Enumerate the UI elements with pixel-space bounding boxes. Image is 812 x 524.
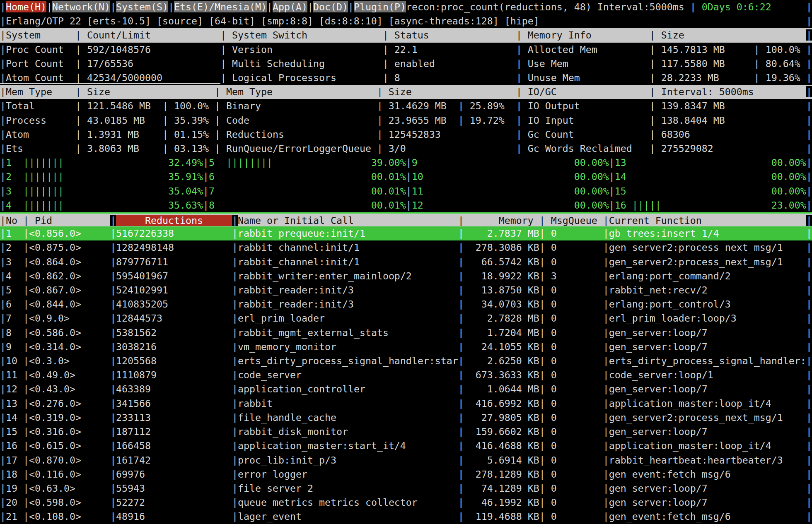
pipe: | — [539, 426, 545, 437]
col-header-current-function: |Current Function — [603, 215, 806, 226]
scheduler-9-usage: 9 00.00% — [412, 157, 609, 168]
memory-table-row: |Ets | 3.8063 MB | 03.13% | RunQueue/Err… — [0, 142, 812, 156]
cell-memory: 673.3633 KB — [464, 369, 539, 380]
col-header-mem-type-2: | Mem Type — [215, 86, 377, 97]
cell-current-function: gen_server2:process_next_msg/1 — [609, 256, 806, 267]
pipe: | — [539, 369, 545, 380]
cell-current-function: gb_trees:insert_1/4 — [609, 228, 806, 239]
pipe: | — [539, 298, 545, 310]
tab-plugin[interactable]: Plugin(P) — [354, 1, 406, 12]
pipe: | — [23, 242, 29, 253]
process-table-row: |4 |<0.862.0> |595401967 |rabbit_writer:… — [0, 269, 812, 283]
pipe: | — [110, 341, 116, 352]
pipe: | — [23, 440, 29, 451]
cell-size-1: | 43.0185 MB — [75, 115, 162, 126]
border-left: | — [0, 15, 6, 26]
pipe: | — [603, 383, 609, 394]
pipe: | — [203, 200, 209, 211]
pipe: | — [203, 157, 209, 168]
tab-network[interactable]: Network(N) — [52, 1, 110, 12]
border-right: | — [806, 228, 812, 239]
pipe: | — [232, 511, 238, 522]
pipe: | — [603, 426, 609, 437]
border-right: | — [806, 72, 812, 83]
cell-memory: 34.0703 KB — [464, 298, 539, 310]
cell-name: rabbit_channel:init/1 — [238, 256, 458, 267]
cell-memory: 2.7828 MB — [464, 312, 539, 324]
cell-size-2: | 23.9655 MB — [377, 115, 458, 126]
pipe: | — [232, 242, 238, 253]
process-table-row: |13 |<0.276.0> |341566 |rabbit | 416.699… — [0, 397, 812, 411]
pipe: | — [0, 72, 6, 84]
tab-separator: | — [307, 1, 313, 12]
cell-current-function: application_master:loop_it/4 — [609, 398, 806, 409]
tab-app[interactable]: App(A) — [273, 1, 307, 12]
cell-msgqueue: 0 — [545, 383, 603, 394]
cell-memory: 278.3086 KB — [464, 242, 539, 253]
pipe: | — [0, 256, 6, 267]
pipe: | — [23, 426, 29, 437]
pipe: | — [110, 228, 116, 239]
cell-memory: 416.4688 KB — [464, 440, 539, 451]
pipe: | — [458, 242, 464, 253]
tab-home[interactable]: Home(H) — [6, 1, 46, 12]
pipe: | — [458, 355, 464, 366]
cell-memory-percent: | 80.64% — [754, 58, 806, 69]
cell-reductions: 1110879 — [116, 369, 232, 380]
border-right: | — [806, 369, 812, 380]
pipe: | — [23, 284, 29, 296]
border-right: | — [806, 185, 812, 197]
cell-reductions: 410835205 — [116, 298, 232, 310]
pipe: | — [110, 483, 116, 494]
process-table-row: |1 |<0.856.0> |5167226338 |rabbit_preque… — [0, 226, 812, 240]
cell-no: 12 — [6, 383, 23, 394]
cell-pid: <0.49.0> — [29, 369, 110, 380]
border-right: | — [806, 242, 812, 253]
cell-name: erl_prim_loader — [238, 312, 458, 324]
cell-name: lager_event — [238, 511, 458, 522]
cell-msgqueue: 0 — [545, 327, 603, 338]
cell-reductions: 879776711 — [116, 256, 232, 267]
cell-memory: 416.6992 KB — [464, 398, 539, 409]
cell-reductions: 161742 — [116, 454, 232, 466]
tab-separator: | — [46, 1, 52, 12]
tab-ets-mnesia[interactable]: Ets(E)/Mnesia(M) — [174, 1, 267, 12]
pipe: | — [539, 469, 545, 480]
cell-percent-1: | 35.39% — [162, 115, 215, 126]
cell-memory: 46.1992 KB — [464, 497, 539, 508]
cell-memory: 2.6250 KB — [464, 355, 539, 366]
border-right: | — [806, 298, 812, 310]
pipe: | — [0, 185, 6, 197]
pipe: | — [539, 341, 545, 352]
memory-table-header: |Mem Type | Size | Mem Type | Size | IO/… — [0, 85, 812, 99]
cell-memory: 13.8750 KB — [464, 284, 539, 296]
col-header-size-1: | Size — [75, 86, 215, 97]
tab-system[interactable]: System(S) — [116, 1, 168, 12]
process-table-row: |6 |<0.844.0> |410835205 |rabbit_reader:… — [0, 297, 812, 311]
scheduler-6-usage: 6 00.01% — [209, 171, 406, 182]
pipe: | — [110, 215, 116, 226]
border-right: | — [806, 497, 812, 508]
cell-count-limit: | 592/1048576 — [75, 44, 220, 55]
cell-reductions: 1282498148 — [116, 242, 232, 253]
col-header-reductions-sorted[interactable]: Reductions — [116, 215, 232, 226]
process-table-row: |7 |<0.9.0> |12844573 |erl_prim_loader |… — [0, 311, 812, 325]
pipe: | — [110, 383, 116, 394]
cell-switch-label: | Multi Scheduling — [220, 58, 383, 69]
pipe: | — [539, 383, 545, 394]
cell-msgqueue: 0 — [545, 483, 603, 494]
scheduler-10-usage: 10 00.00% — [412, 171, 609, 182]
pipe: | — [232, 398, 238, 409]
pipe: | — [603, 242, 609, 253]
pipe: | — [458, 369, 464, 380]
pipe: | — [603, 511, 609, 522]
cell-name: error_logger — [238, 469, 458, 480]
tab-doc[interactable]: Doc(D) — [313, 1, 348, 12]
pipe: | — [23, 298, 29, 310]
cell-mem-type-1: Process — [6, 115, 75, 126]
pipe: | — [0, 157, 6, 168]
cell-name: vm_memory_monitor — [238, 341, 458, 352]
cell-memory: 66.5742 KB — [464, 256, 539, 267]
cell-io-gc-value: | 275529082 — [650, 143, 806, 154]
scheduler-1-usage: 1 ||||||| 32.49% — [6, 157, 203, 168]
